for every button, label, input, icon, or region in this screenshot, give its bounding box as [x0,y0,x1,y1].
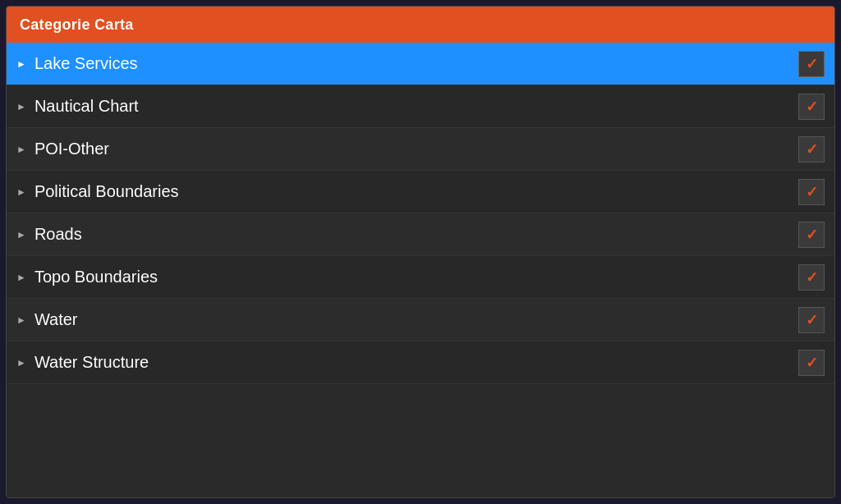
checkbox[interactable]: ✓ [798,51,825,77]
checkbox[interactable]: ✓ [798,179,825,205]
chevron-icon: ► [16,186,26,198]
checkmark-icon: ✓ [806,311,818,329]
checkbox[interactable]: ✓ [798,136,825,163]
list-item-lake-services[interactable]: ► Lake Services ✓ [7,43,834,85]
checkbox[interactable]: ✓ [798,222,825,248]
chevron-icon: ► [16,58,26,70]
list-item-water[interactable]: ► Water ✓ [7,299,834,341]
chevron-icon: ► [16,101,26,112]
list-item-nautical-chart[interactable]: ► Nautical Chart ✓ [7,85,834,128]
list-item-topo-boundaries[interactable]: ► Topo Boundaries ✓ [7,256,834,299]
item-label: Water [34,310,798,329]
list-item-political-boundaries[interactable]: ► Political Boundaries ✓ [7,171,834,213]
checkbox[interactable]: ✓ [798,264,825,291]
chevron-icon: ► [16,272,26,283]
category-list: ► Lake Services ✓ ► Nautical Chart ✓ ► P… [7,43,834,497]
checkmark-icon: ✓ [806,183,818,201]
checkmark-icon: ✓ [806,140,818,158]
chevron-icon: ► [16,229,26,241]
item-label: Political Boundaries [34,182,798,201]
chevron-icon: ► [16,314,26,326]
title-bar: Categorie Carta [7,7,834,43]
checkmark-icon: ✓ [806,98,818,116]
checkmark-icon: ✓ [806,226,818,244]
chevron-icon: ► [16,357,26,369]
checkmark-icon: ✓ [806,55,818,73]
main-window: Categorie Carta ► Lake Services ✓ ► Naut… [6,6,835,498]
item-label: Water Structure [34,353,798,372]
empty-area [7,384,834,497]
item-label: POI-Other [34,140,798,158]
list-item-poi-other[interactable]: ► POI-Other ✓ [7,128,834,171]
checkmark-icon: ✓ [806,354,818,372]
checkbox[interactable]: ✓ [798,94,825,120]
item-label: Roads [34,225,798,244]
checkbox[interactable]: ✓ [798,307,825,333]
chevron-icon: ► [16,144,26,155]
checkbox[interactable]: ✓ [798,350,825,376]
window-title: Categorie Carta [20,16,134,34]
checkmark-icon: ✓ [806,268,818,286]
list-item-roads[interactable]: ► Roads ✓ [7,213,834,256]
item-label: Lake Services [34,54,798,73]
item-label: Nautical Chart [34,97,798,116]
list-item-water-structure[interactable]: ► Water Structure ✓ [7,341,834,384]
item-label: Topo Boundaries [34,268,798,286]
